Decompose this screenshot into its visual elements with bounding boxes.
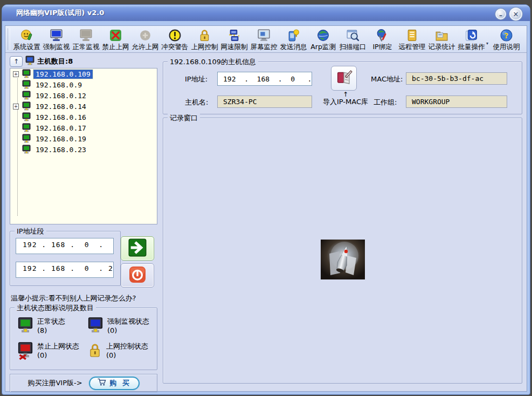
host-ip[interactable]: 192.168.0.23 — [33, 145, 88, 154]
host-ip[interactable]: 192.168.0.14 — [33, 102, 88, 111]
tree-item-host[interactable]: 192.168.0.17 — [10, 122, 157, 133]
workgroup-field — [406, 95, 507, 108]
toolbar-button-allow-internet[interactable]: 允许上网 — [130, 27, 160, 52]
toolbar-label: 使用说明 — [493, 43, 520, 51]
host-ip[interactable]: 192.168.0.12 — [33, 91, 88, 100]
lock-icon — [88, 342, 102, 361]
monitor-blue-icon — [88, 317, 103, 336]
ban-icon — [109, 28, 122, 43]
toolbar-button-arp-monitor[interactable]: Arp监测 — [308, 27, 338, 52]
toolbar-label: 冲突警告 — [162, 43, 189, 51]
toolbar-button-internet-control[interactable]: 上网控制 — [190, 27, 219, 52]
lock-icon — [198, 28, 211, 43]
host-tree[interactable]: + 192.168.0.109 192.168.0.9 192.168.0.12… — [10, 68, 157, 224]
mac-address-field — [406, 72, 507, 85]
ip-bind-icon — [376, 28, 389, 43]
toolbar-button-batch-ops[interactable]: 批量操作 — [457, 27, 486, 52]
buy-button[interactable]: 购 买 — [89, 377, 140, 390]
host-ip[interactable]: 192.168.0.16 — [33, 113, 88, 122]
svg-text:?: ? — [505, 31, 509, 39]
toolbar-label: 记录统计 — [429, 43, 455, 51]
tree-item-host[interactable]: 192.168.0.23 — [10, 144, 157, 155]
toolbar-button-system-settings[interactable]: 系统设置 — [12, 27, 42, 52]
monitor-blue-icon — [50, 28, 63, 43]
tree-item-host[interactable]: + 192.168.0.109 — [10, 69, 157, 79]
tree-item-host[interactable]: 192.168.0.16 — [10, 112, 157, 122]
toolbar-button-ip-bind[interactable]: IP绑定 — [368, 27, 397, 52]
green-arrow-icon — [128, 238, 147, 260]
host-monitor-icon — [22, 123, 31, 133]
tip-text[interactable]: 温馨小提示:看不到别人上网记录怎么办? — [11, 293, 162, 303]
host-ip[interactable]: 192.168.0.9 — [33, 80, 84, 90]
ip-range-group: IP地址段 — [10, 231, 121, 286]
rocket-logo-image — [321, 240, 365, 279]
titlebar[interactable]: 网络幽狗VIP版(试用) v2.0 – ✕ — [2, 5, 530, 21]
toolbar-label: 批量操作 — [458, 43, 485, 51]
tree-item-host[interactable]: 192.168.0.9 — [10, 79, 157, 90]
minimize-icon: – — [499, 12, 502, 19]
toolbar-label: 扫描端口 — [340, 43, 367, 51]
ip-range-start-input[interactable] — [16, 238, 114, 254]
host-count-icon — [25, 56, 34, 68]
status-item-normal: 正常状态(8) — [18, 317, 65, 336]
hostname-label: 主机名: — [185, 98, 208, 107]
stop-icon — [128, 265, 147, 286]
host-monitor-icon — [22, 112, 31, 122]
toolbar-button-screen-monitor[interactable]: 屏幕监控 — [249, 27, 279, 52]
hostname-field — [217, 95, 312, 108]
toolbar-label: 正常监视 — [73, 43, 100, 51]
host-ip[interactable]: 192.168.0.19 — [33, 134, 88, 144]
toolbar-button-forbid-internet[interactable]: 禁止上网 — [101, 27, 130, 52]
expander-icon[interactable]: + — [13, 104, 22, 110]
import-ipmac-caption[interactable]: ↑ 导入IP-MAC库 — [319, 91, 372, 106]
host-monitor-icon — [22, 134, 31, 144]
host-monitor-icon — [22, 69, 31, 79]
screen-monitor-icon — [257, 28, 271, 43]
up-arrow-icon: ↑ — [13, 58, 19, 65]
host-monitor-icon — [22, 101, 31, 111]
expander-icon[interactable]: + — [13, 71, 22, 77]
toolbar-button-normal-monitor[interactable]: 正常监视 — [71, 27, 101, 52]
import-book-icon — [335, 68, 353, 88]
status-legend-group: 主机状态图标说明及数目 正常状态(8) 强制监视状态(0) 禁止上网状态(0) … — [10, 308, 157, 370]
import-arrow-icon: ↑ — [319, 91, 372, 98]
host-ip[interactable]: 192.168.0.109 — [33, 70, 93, 79]
speed-limit-icon — [227, 28, 241, 43]
host-info-title: 192.168.0.109的主机信息 — [168, 57, 258, 67]
send-message-icon — [287, 28, 300, 43]
host-ip[interactable]: 192.168.0.17 — [33, 124, 88, 133]
toolbar-button-conflict-warning[interactable]: 冲突警告 — [160, 27, 190, 52]
host-monitor-icon — [22, 91, 31, 100]
client-area: 系统设置 强制监视 正常监视 禁止上网 允许上网 冲突警告 — [5, 25, 527, 392]
import-ipmac-button[interactable] — [331, 66, 357, 91]
toolbar-button-record-stats[interactable]: 记录统计 — [427, 27, 457, 52]
toolbar-button-scan-port[interactable]: 扫描端口 — [338, 27, 368, 52]
toolbar-label: 网速限制 — [221, 43, 248, 51]
settings-icon — [20, 28, 33, 43]
toolbar-gripper[interactable] — [8, 29, 10, 50]
window-title: 网络幽狗VIP版(试用) v2.0 — [16, 8, 104, 18]
ip-address-label: IP地址: — [185, 74, 208, 84]
batch-dropdown-icon[interactable]: ▾ — [486, 41, 492, 46]
toolbar-button-speed-limit[interactable]: 网速限制 — [219, 27, 249, 52]
toolbar-label: 屏幕监控 — [251, 43, 278, 51]
status-item-controlled: 上网控制状态(0) — [88, 342, 148, 361]
toolbar-button-send-message[interactable]: 发送消息 — [279, 27, 308, 52]
purchase-bar: 购买注册VIP版-> 购 买 — [10, 374, 157, 392]
tree-item-host[interactable]: 192.168.0.19 — [10, 133, 157, 144]
close-button[interactable]: ✕ — [509, 8, 522, 21]
tree-item-host[interactable]: 192.168.0.12 — [10, 90, 157, 101]
globe-icon — [316, 28, 330, 43]
scan-stop-button[interactable] — [121, 263, 154, 288]
toolbar-button-force-monitor[interactable]: 强制监视 — [42, 27, 71, 52]
ip-range-end-input[interactable] — [16, 262, 114, 278]
toolbar-button-remote-manage[interactable]: 远程管理 — [397, 27, 427, 52]
status-item-forbidden: 禁止上网状态(0) — [18, 342, 79, 362]
ip-address-input[interactable] — [217, 72, 312, 86]
toolbar-label: 系统设置 — [13, 43, 40, 51]
toolbar-button-help[interactable]: ? 使用说明 — [492, 27, 521, 52]
tree-item-host[interactable]: + 192.168.0.14 — [10, 101, 157, 112]
tree-up-button[interactable]: ↑ — [10, 56, 23, 67]
minimize-button[interactable]: – — [495, 9, 506, 19]
scan-start-button[interactable] — [121, 236, 154, 261]
